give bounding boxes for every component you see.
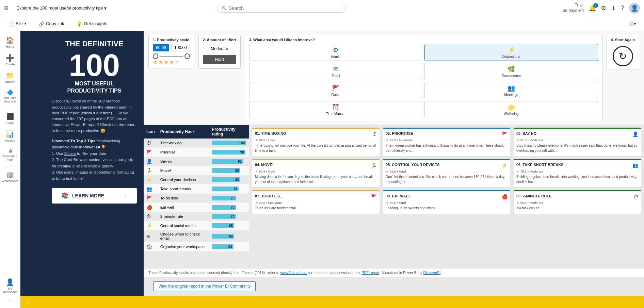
sidebar-item-monitoring[interactable]: 🖥 Monitoringhub [1, 146, 19, 163]
table-cell-hack: Move! [158, 166, 209, 175]
col-icon: Icon [144, 125, 158, 139]
table-row[interactable]: ⚡ Control your devices 83 [144, 175, 249, 184]
file-menu-button[interactable]: 📄 File ▾ [5, 20, 29, 28]
hero-panel: THE DEFINITIVE 100 MOST USEFULPRODUCTIVI… [45, 31, 144, 296]
hero-subtitle: MOST USEFULPRODUCTIVITY TIPS [67, 80, 122, 95]
hero-tips: DiscoverEI's Top 3 Tips for visualising … [52, 138, 137, 182]
insights-icon: 💡 [76, 21, 82, 27]
sidebar-divider-2 [4, 166, 16, 166]
table-cell-icon: ⏱ [144, 139, 158, 148]
start-again-button[interactable]: ↻ [613, 46, 633, 66]
grid-icon[interactable]: ⊞ [4, 4, 12, 12]
view-toggle[interactable]: ⬜▾ [626, 20, 639, 28]
table-row[interactable]: 👥 Take short breaks 78 [144, 184, 249, 194]
sidebar-label-metrics: Metrics [5, 139, 15, 142]
start-again-section: 4. Start Again ↻ [607, 35, 640, 69]
area-email[interactable]: ✉ Email [249, 63, 422, 80]
area-label: 3. What area would I like to improve? [249, 38, 598, 42]
table-cell-icon: 👤 [144, 157, 158, 166]
view-report-area: View the original report in the Power BI… [144, 277, 644, 296]
list-item[interactable]: 06. TAKE SHORT BREAKS 👥 ★ 78.2 • Moderat… [513, 159, 641, 188]
table-row[interactable]: ⚡ Control social media 65 [144, 221, 249, 230]
area-admin[interactable]: ⚙ Admin [249, 44, 422, 61]
sidebar-item-workspaces[interactable]: 🏢 Workspaces [1, 169, 19, 185]
avatar[interactable]: 👤 [629, 3, 640, 14]
card-body: Time-boxing will improve your life. At t… [255, 143, 377, 153]
sidebar-item-create[interactable]: ➕ Create [1, 52, 19, 68]
area-environment[interactable]: 🌿 Environment [424, 63, 598, 80]
start-again-label: 4. Start Again [611, 38, 635, 42]
report-title-chevron[interactable]: ▾ [104, 5, 107, 11]
list-item[interactable]: 09. 2-MINUTE RULE ⏱ ★ 69.6 • Moderate If… [513, 190, 641, 214]
file-chevron: ▾ [25, 22, 26, 26]
area-distractions[interactable]: ⚡ Distractions [424, 44, 598, 61]
slider-track[interactable] [153, 53, 190, 59]
area-wellbeing[interactable]: 🌟 Wellbeing [424, 101, 598, 118]
get-insights-button[interactable]: 💡 Get insights [74, 20, 110, 28]
sidebar-item-metrics[interactable]: 📊 Metrics [1, 128, 19, 144]
settings-button[interactable]: ⚙ [601, 4, 606, 12]
profile-button[interactable]: 👤 [629, 3, 640, 14]
table-cell-rating: 83 [209, 166, 249, 175]
card-body: Don't let them control you. We check our… [386, 175, 508, 184]
scale-val-1[interactable]: 60.69 [153, 44, 169, 51]
footer-link-filtered[interactable]: www.filtered.com [280, 271, 307, 275]
card-icon: 🏃 [371, 163, 377, 168]
table-row[interactable]: 🏠 Organise your workspace 63 [144, 242, 249, 252]
myworkspace-icon: 👤 [6, 278, 14, 286]
footer-link-discoverei[interactable]: DiscoverEI [423, 271, 441, 275]
create-icon: ➕ [6, 54, 14, 62]
view-report-button[interactable]: View the original report in the Power BI… [153, 281, 256, 291]
top-right-area: Trial: 59 days left 🔔 3 ⚙ ⬇ ? 👤 [563, 3, 640, 14]
card-body: To-do lists are fundamental. [255, 206, 377, 211]
table-cell-rating: 70 [209, 212, 249, 221]
list-item[interactable]: 02. PRIORITISE 🚩 ★ 91.3 • Moderate The m… [383, 128, 511, 156]
card-number: 05. CONTROL YOUR DEVICES [386, 163, 440, 167]
table-row[interactable]: 👤 Say no 91 [144, 157, 249, 166]
copy-link-button[interactable]: 🔗 Copy link [36, 20, 67, 28]
search-bar[interactable] [217, 4, 346, 13]
table-cell-icon: 🍎 [144, 203, 158, 212]
area-section: 3. What area would I like to improve? ⚙ … [245, 35, 602, 121]
environment-icon: 🌿 [508, 65, 515, 73]
list-item[interactable]: 01. TIME-BOXING ⏱ ★ 97.5 • Hard Time-box… [252, 128, 380, 156]
table-row[interactable]: 🏃 Move! 83 [144, 166, 249, 175]
sidebar-item-myworkspace[interactable]: 👤 Myworkspace [1, 276, 19, 296]
help-button[interactable]: ? [621, 4, 624, 12]
table-cell-icon: 🏃 [144, 166, 158, 175]
table-row[interactable]: ✉ Choose when to check email 65 [144, 230, 249, 242]
area-timemgmt[interactable]: ⏰ Time Mana... [249, 101, 422, 118]
learn-more-button[interactable]: 📚 LEARN MORE → [52, 188, 137, 204]
sidebar-item-more[interactable]: ··· [1, 296, 19, 305]
table-row[interactable]: ⏱ Time-boxing 100 [144, 139, 249, 148]
list-item[interactable]: 04. MOVE! 🏃 ★ 82.6 • Hard Moving does a … [252, 159, 380, 188]
area-meetings[interactable]: 👥 Meetings [424, 82, 598, 99]
table-row[interactable]: 🚩 Prioritise 98 [144, 148, 249, 157]
sidebar-item-apps[interactable]: ⬛ Apps [1, 111, 19, 127]
slider-circle-right[interactable] [184, 53, 190, 59]
slider-circle-left[interactable] [153, 53, 158, 59]
list-item[interactable]: 08. EAT WELL 🍎 ★ 69.6 • Hard Loading up … [383, 190, 511, 214]
list-item[interactable]: 03. SAY NO 👤 ★ 91.3 • Moderate Stop tryi… [513, 128, 641, 156]
middle-section: Icon Productivity Hack Productivity rati… [144, 125, 644, 268]
distractions-icon: ⚡ [508, 46, 515, 54]
effort-hard-button[interactable]: Hard [203, 55, 236, 64]
download-button[interactable]: ⬇ [611, 4, 616, 12]
card-number: 07. TO-DO LIS... [255, 194, 283, 198]
pbi-bottom-bar: ⚡ [20, 296, 644, 308]
table-row[interactable]: ⏱ 2-minute rule 70 [144, 212, 249, 221]
area-goals[interactable]: 🚩 Goals [249, 82, 422, 99]
table-cell-rating: 98 [209, 148, 249, 157]
list-item[interactable]: 07. TO-DO LIS... 🚩 ★ 69.6 • Moderate To-… [252, 190, 380, 214]
scale-val-2[interactable]: 100.00 [171, 44, 190, 51]
table-row[interactable]: 🚩 To-do lists 70 [144, 194, 249, 203]
search-input[interactable] [229, 5, 341, 11]
sidebar-item-onelake[interactable]: 🔷 OneLakedata hub [1, 87, 19, 105]
sidebar-item-browse[interactable]: 📁 Browse [1, 69, 19, 86]
list-item[interactable]: 05. CONTROL YOUR DEVICES ⚡ ★ 82.6 • Hard… [383, 159, 511, 188]
footer-link-pdf[interactable]: PDF report [361, 271, 379, 275]
effort-moderate-button[interactable]: Moderate [203, 44, 236, 53]
sidebar-item-home[interactable]: 🏠 Home [1, 34, 19, 50]
notifications-button[interactable]: 🔔 3 [589, 4, 596, 12]
table-row[interactable]: 🍎 Eat well 70 [144, 203, 249, 212]
